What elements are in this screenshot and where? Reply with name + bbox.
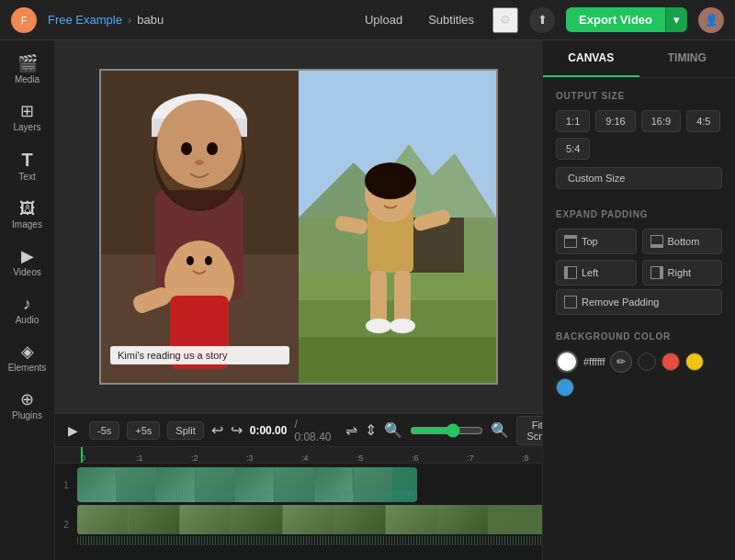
images-icon: 🖼 [19,200,36,217]
sidebar-item-text[interactable]: T Text [4,143,51,189]
tab-canvas[interactable]: CANVAS [543,40,639,77]
zoom-slider[interactable] [410,423,483,438]
right-panel: CANVAS TIMING OUTPUT SIZE 1:1 9:16 16:9 … [542,40,735,560]
remove-padding-icon [564,296,577,308]
color-hex-value: #ffffff [583,356,605,367]
zoom-in-button[interactable]: 🔍 [491,421,509,439]
videos-icon: ▶ [21,248,34,264]
undo-button[interactable]: ↩ [211,421,223,439]
padding-left-button[interactable]: Left [556,260,637,286]
track-content-1[interactable] [77,467,538,502]
upload-button[interactable]: Upload [357,9,410,30]
playhead [81,447,83,464]
play-button[interactable]: ▶ [64,421,82,440]
sidebar-item-label-videos: Videos [13,267,40,277]
svg-point-13 [172,241,227,286]
svg-point-9 [181,142,192,155]
breadcrumb-separator: › [128,13,131,27]
video-clip-right [299,71,496,383]
padding-bottom-icon [650,235,663,248]
split-button[interactable]: Split [167,421,203,440]
preset-color-yellow[interactable] [685,353,704,371]
export-dropdown-button[interactable]: ▾ [665,7,687,32]
preset-color-dark[interactable] [638,353,656,371]
expand-padding-label: EXPAND PADDING [556,209,722,219]
track-number-2: 2 [59,520,74,530]
sidebar-item-label-images: Images [12,219,42,230]
project-link[interactable]: Free Example [48,13,122,27]
svg-point-8 [157,100,242,188]
size-5-4-button[interactable]: 5:4 [556,138,590,160]
padding-right-button[interactable]: Right [642,260,723,286]
preset-color-red[interactable] [662,353,680,371]
zoom-out-button[interactable]: 🔍 [384,421,402,439]
color-swatch-white[interactable] [556,351,578,373]
timeline-ruler: 0 :1 :2 :3 :4 :5 :6 :7 :8 :9 [55,447,542,464]
export-video-button[interactable]: Export Video [566,7,665,32]
svg-point-30 [378,188,385,197]
file-name: babu [137,13,164,27]
size-4-5-button[interactable]: 4:5 [686,110,720,132]
left-sidebar: 🎬 Media ⊞ Layers T Text 🖼 Images ▶ Video… [0,40,55,560]
share-button[interactable]: ⬆ [529,7,555,33]
svg-point-31 [396,188,403,197]
canvas-area: Kimi's reading us a story [55,40,542,413]
sidebar-item-media[interactable]: 🎬 Media [4,48,51,92]
padding-top-button[interactable]: Top [556,229,637,254]
svg-point-35 [390,319,415,333]
padding-top-label: Top [582,236,598,247]
sidebar-item-elements[interactable]: ◈ Elements [4,336,51,380]
sidebar-item-plugins[interactable]: ⊕ Plugins [4,384,51,428]
svg-point-34 [366,319,391,333]
canvas-view[interactable]: Kimi's reading us a story [55,40,542,413]
custom-size-button[interactable]: Custom Size [556,167,722,189]
padding-right-icon [650,266,663,279]
settings-button[interactable]: ⚙ [492,7,518,33]
sidebar-item-layers[interactable]: ⊞ Layers [4,95,51,140]
color-row: #ffffff ✏ [556,351,722,397]
track2-frame-5 [283,505,334,534]
preset-color-blue[interactable] [556,378,574,397]
size-1-1-button[interactable]: 1:1 [556,110,590,132]
sidebar-item-audio[interactable]: ♪ Audio [4,288,51,332]
user-avatar[interactable]: 👤 [698,7,724,33]
subtitles-button[interactable]: Subtitles [421,9,481,30]
track2-frame-4 [232,505,282,534]
ruler-mark-1: :1 [136,454,143,463]
redo-button[interactable]: ↪ [231,421,243,439]
padding-bottom-button[interactable]: Bottom [642,229,723,254]
track-content-2[interactable] [77,505,542,543]
ruler-mark-4: :4 [301,454,309,463]
output-size-section: OUTPUT SIZE 1:1 9:16 16:9 4:5 5:4 Custom… [543,78,735,196]
size-16-9-button[interactable]: 16:9 [641,110,681,132]
panel-tabs: CANVAS TIMING [543,40,735,78]
skip-forward-button[interactable]: +5s [127,421,160,440]
background-color-label: BACKGROUND COLOR [556,331,722,342]
track-row-1: 1 [59,467,538,502]
text-icon: T [21,151,32,169]
padding-left-icon [564,266,577,279]
sidebar-item-label-audio: Audio [16,315,40,325]
sidebar-item-videos[interactable]: ▶ Videos [4,241,51,285]
audio-waveform-2 [77,536,542,545]
svg-point-10 [207,142,218,155]
track2-frame-3 [180,505,231,534]
skip-back-button[interactable]: -5s [89,421,119,440]
size-9-16-button[interactable]: 9:16 [595,110,635,132]
padding-top-icon [564,235,577,248]
size-grid: 1:1 9:16 16:9 4:5 5:4 [556,110,722,160]
track2-frame-8 [437,505,488,534]
color-picker-button[interactable]: ✏ [610,351,632,373]
sidebar-item-label-media: Media [15,74,40,84]
export-group: Export Video ▾ [566,7,687,32]
sidebar-item-images[interactable]: 🖼 Images [4,193,51,237]
tab-timing[interactable]: TIMING [639,40,736,77]
remove-padding-button[interactable]: Remove Padding [556,289,722,315]
padding-left-label: Left [582,267,598,278]
padding-right-label: Right [668,267,692,278]
elements-icon: ◈ [21,343,34,360]
ruler-mark-8: :8 [522,454,529,463]
layers-icon: ⊞ [20,103,34,119]
sidebar-item-label-text: Text [18,172,35,182]
svg-point-14 [187,256,194,265]
